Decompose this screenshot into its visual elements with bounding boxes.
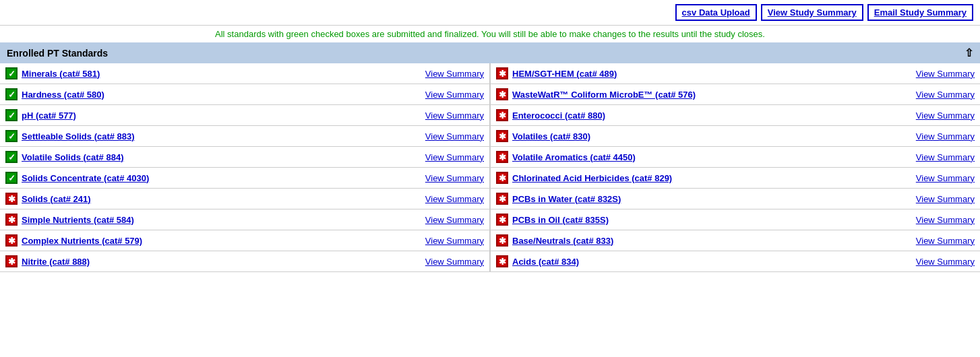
star-icon: ✱ <box>496 130 508 142</box>
view-summary-link[interactable]: View Summary <box>916 110 975 121</box>
table-row: ✓Minerals (cat# 581)View Summary✱HEM/SGT… <box>0 63 980 84</box>
standard-link[interactable]: HEM/SGT-HEM (cat# 489) <box>512 69 617 79</box>
table-row: ✓Solids Concentrate (cat# 4030)View Summ… <box>0 168 980 189</box>
star-icon: ✱ <box>496 193 508 205</box>
star-icon: ✱ <box>5 214 18 226</box>
star-icon: ✱ <box>496 172 508 184</box>
view-summary-link[interactable]: View Summary <box>916 173 975 183</box>
view-summary-link[interactable]: View Summary <box>425 257 484 267</box>
csv-upload-button[interactable]: csv Data Upload <box>675 4 757 21</box>
standard-link[interactable]: Base/Neutrals (cat# 833) <box>512 236 613 246</box>
view-summary-link[interactable]: View Summary <box>916 257 975 267</box>
standard-link[interactable]: Simple Nutrients (cat# 584) <box>22 215 134 225</box>
standard-link[interactable]: pH (cat# 577) <box>22 110 76 121</box>
star-icon: ✱ <box>496 109 508 121</box>
star-icon: ✱ <box>5 193 18 205</box>
view-summary-link[interactable]: View Summary <box>425 110 484 121</box>
table-row: ✓pH (cat# 577)View Summary✱Enterococci (… <box>0 105 980 126</box>
standard-link[interactable]: Solids (cat# 241) <box>22 194 91 204</box>
view-summary-link[interactable]: View Summary <box>916 194 975 204</box>
star-icon: ✱ <box>496 214 508 226</box>
view-summary-link[interactable]: View Summary <box>916 90 975 100</box>
check-icon: ✓ <box>5 88 18 100</box>
sort-icon[interactable]: ⇧ <box>964 46 973 59</box>
table-row: ✱Complex Nutrients (cat# 579)View Summar… <box>0 230 980 251</box>
standard-link[interactable]: Nitrite (cat# 888) <box>22 257 90 267</box>
check-icon: ✓ <box>5 151 18 163</box>
standard-link[interactable]: Minerals (cat# 581) <box>22 69 100 79</box>
standard-link[interactable]: Enterococci (cat# 880) <box>512 110 605 121</box>
view-summary-link[interactable]: View Summary <box>425 215 484 225</box>
table-row: ✓Settleable Solids (cat# 883)View Summar… <box>0 126 980 147</box>
view-summary-link[interactable]: View Summary <box>916 131 975 141</box>
standard-link[interactable]: Volatile Aromatics (cat# 4450) <box>512 152 636 162</box>
view-summary-link[interactable]: View Summary <box>425 152 484 162</box>
section-header: Enrolled PT Standards ⇧ <box>0 42 980 63</box>
table-row: ✱Solids (cat# 241)View Summary✱PCBs in W… <box>0 189 980 209</box>
star-icon: ✱ <box>496 255 508 267</box>
standard-link[interactable]: Hardness (cat# 580) <box>22 90 104 100</box>
view-summary-link[interactable]: View Summary <box>425 90 484 100</box>
table-row: ✱Nitrite (cat# 888)View Summary✱Acids (c… <box>0 251 980 272</box>
standard-link[interactable]: WasteWatR™ Coliform MicrobE™ (cat# 576) <box>512 90 696 100</box>
check-icon: ✓ <box>5 130 18 142</box>
section-title: Enrolled PT Standards <box>7 48 108 59</box>
standard-link[interactable]: Acids (cat# 834) <box>512 257 579 267</box>
view-summary-link[interactable]: View Summary <box>425 194 484 204</box>
table-row: ✓Hardness (cat# 580)View Summary✱WasteWa… <box>0 84 980 105</box>
top-bar: csv Data Upload View Study Summary Email… <box>0 0 980 26</box>
check-icon: ✓ <box>5 172 18 184</box>
view-summary-link[interactable]: View Summary <box>916 152 975 162</box>
star-icon: ✱ <box>496 151 508 163</box>
standards-table: ✓Minerals (cat# 581)View Summary✱HEM/SGT… <box>0 63 980 272</box>
table-row: ✓Volatile Solids (cat# 884)View Summary✱… <box>0 147 980 168</box>
star-icon: ✱ <box>496 234 508 247</box>
view-summary-link[interactable]: View Summary <box>425 69 484 79</box>
view-summary-link[interactable]: View Summary <box>425 236 484 246</box>
view-summary-link[interactable]: View Summary <box>425 131 484 141</box>
standard-link[interactable]: PCBs in Water (cat# 832S) <box>512 194 621 204</box>
star-icon: ✱ <box>496 88 508 100</box>
view-study-summary-button[interactable]: View Study Summary <box>761 4 863 21</box>
standard-link[interactable]: Chlorinated Acid Herbicides (cat# 829) <box>512 173 672 183</box>
standard-link[interactable]: Settleable Solids (cat# 883) <box>22 131 135 141</box>
check-icon: ✓ <box>5 109 18 121</box>
standard-link[interactable]: PCBs in Oil (cat# 835S) <box>512 215 609 225</box>
star-icon: ✱ <box>5 234 18 247</box>
view-summary-link[interactable]: View Summary <box>425 173 484 183</box>
info-bar: All standards with green checked boxes a… <box>0 26 980 42</box>
view-summary-link[interactable]: View Summary <box>916 236 975 246</box>
table-row: ✱Simple Nutrients (cat# 584)View Summary… <box>0 209 980 230</box>
star-icon: ✱ <box>5 255 18 267</box>
view-summary-link[interactable]: View Summary <box>916 215 975 225</box>
check-icon: ✓ <box>5 67 18 79</box>
standard-link[interactable]: Solids Concentrate (cat# 4030) <box>22 173 149 183</box>
standard-link[interactable]: Complex Nutrients (cat# 579) <box>22 236 142 246</box>
email-study-summary-button[interactable]: Email Study Summary <box>867 4 973 21</box>
standard-link[interactable]: Volatiles (cat# 830) <box>512 131 590 141</box>
view-summary-link[interactable]: View Summary <box>916 69 975 79</box>
standard-link[interactable]: Volatile Solids (cat# 884) <box>22 152 123 162</box>
star-icon: ✱ <box>496 67 508 79</box>
